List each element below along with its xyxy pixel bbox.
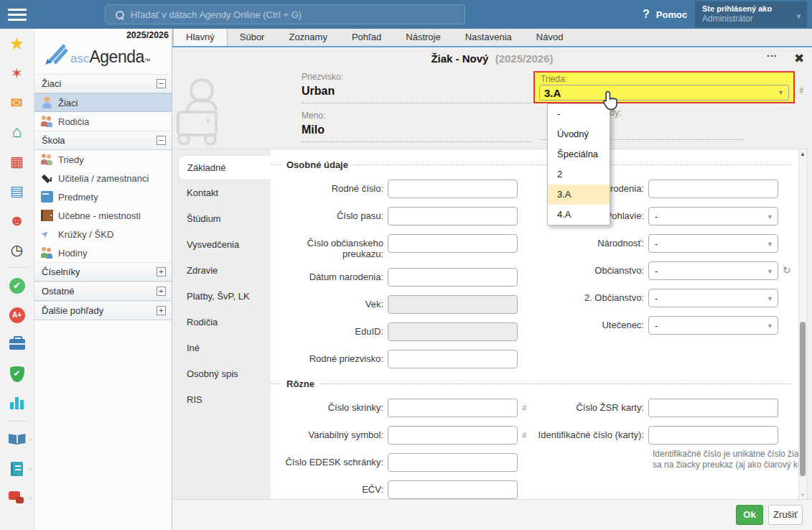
dialog-menu-button[interactable]: ... bbox=[767, 47, 778, 59]
favorites-star-icon[interactable]: ★ bbox=[0, 29, 34, 58]
sidebar-item-krúžky-škd[interactable]: Krúžky / ŠKD bbox=[34, 225, 172, 243]
dropdown-option-3.a[interactable]: 3.A bbox=[548, 185, 610, 205]
sidebar-section-ďalšie-pohľady[interactable]: Ďalšie pohľady+ bbox=[34, 301, 172, 320]
sidebar-section-ostatné[interactable]: Ostatné+ bbox=[34, 282, 172, 301]
dropdown-option-4.a[interactable]: 4.A bbox=[548, 205, 610, 225]
menu-tab-súbor[interactable]: Súbor bbox=[228, 29, 277, 46]
text-field[interactable] bbox=[388, 180, 518, 198]
text-field bbox=[388, 295, 518, 314]
menu-tab-nastavenia[interactable]: Nastavenia bbox=[453, 29, 524, 46]
expand-icon[interactable]: + bbox=[157, 287, 166, 296]
sidebar-section-číselníky[interactable]: Číselníky+ bbox=[34, 262, 172, 282]
tab-základné[interactable]: Základné bbox=[178, 155, 271, 180]
help-button[interactable]: ? Pomoc bbox=[643, 0, 687, 29]
hamburger-menu-icon[interactable] bbox=[0, 0, 34, 29]
collapse-icon[interactable]: − bbox=[157, 136, 166, 145]
menu-tab-nástroje[interactable]: Nástroje bbox=[393, 29, 452, 46]
text-field[interactable] bbox=[648, 399, 778, 417]
firstname-value: Milo bbox=[302, 123, 531, 136]
collapse-icon[interactable]: − bbox=[157, 79, 166, 88]
close-icon[interactable]: ✖ bbox=[794, 51, 804, 66]
magic-wand-icon[interactable]: ✶ bbox=[0, 58, 34, 88]
tab-štúdium[interactable]: Štúdium bbox=[178, 206, 271, 232]
sidebar-item-žiaci[interactable]: Žiaci bbox=[34, 93, 172, 112]
expand-icon[interactable]: + bbox=[157, 306, 166, 315]
select-field[interactable]: -▼ bbox=[648, 234, 778, 253]
home-icon[interactable]: ⌂ bbox=[0, 117, 34, 147]
firstname-field[interactable]: Meno: Milo bbox=[302, 111, 531, 142]
dropdown-option-úvodný[interactable]: Úvodný bbox=[548, 124, 610, 144]
global-search-input[interactable]: Hľadať v dátach Agendy Online (Ctrl + G) bbox=[105, 4, 465, 24]
ok-button[interactable]: Ok bbox=[736, 505, 763, 525]
scroll-up-icon[interactable]: ▲ bbox=[799, 151, 806, 157]
scrollbar-thumb[interactable] bbox=[800, 322, 806, 476]
briefcase-icon bbox=[9, 339, 25, 350]
tab-zdravie[interactable]: Zdravie bbox=[178, 258, 271, 284]
sidebar-item-triedy[interactable]: Triedy bbox=[34, 150, 172, 169]
tab-rodičia[interactable]: Rodičia bbox=[178, 310, 271, 335]
text-field[interactable] bbox=[648, 180, 778, 198]
select-field[interactable]: -▼ bbox=[648, 261, 778, 280]
menu-tab-zoznamy[interactable]: Zoznamy bbox=[276, 29, 339, 46]
shield-check-icon[interactable]: ✔ bbox=[0, 359, 34, 389]
select-field[interactable]: -▼ bbox=[648, 316, 778, 335]
text-field[interactable] bbox=[388, 399, 518, 417]
sidebar-menu: Žiaci−ŽiaciRodičiaŠkola−TriedyUčitelia /… bbox=[34, 74, 172, 320]
tab-platby-švp-lk[interactable]: Platby, ŠvP, LK bbox=[178, 284, 271, 310]
tab-ris[interactable]: RIS bbox=[178, 387, 271, 413]
chat-icon[interactable]: › bbox=[0, 483, 34, 513]
sidebar-item-rodičia[interactable]: Rodičia bbox=[34, 112, 172, 131]
menu-tab-hlavný[interactable]: Hlavný bbox=[173, 29, 228, 46]
dropdown-option-2[interactable]: 2 bbox=[548, 164, 610, 185]
person-icon[interactable]: ☻ bbox=[0, 205, 34, 235]
menu-tab-pohľad[interactable]: Pohľad bbox=[340, 29, 393, 46]
surname-field[interactable]: Priezvisko: Urban bbox=[302, 72, 531, 103]
grade-a-plus-icon[interactable]: A+ bbox=[0, 300, 34, 330]
text-field[interactable] bbox=[388, 234, 518, 253]
logged-in-user-dropdown[interactable]: Ste prihlásený ako Administrátor ▼ bbox=[695, 1, 807, 27]
sidebar-section-škola[interactable]: Škola− bbox=[34, 131, 172, 150]
tab-vysvedčenia[interactable]: Vysvedčenia bbox=[178, 232, 271, 258]
text-field[interactable] bbox=[648, 426, 778, 445]
tab-iné[interactable]: Iné bbox=[178, 335, 271, 361]
sidebar-item-predmety[interactable]: Predmety bbox=[34, 187, 172, 206]
select-value: - bbox=[655, 320, 658, 331]
document-icon[interactable]: › bbox=[0, 454, 34, 483]
form-row: Rodné číslo: bbox=[284, 180, 521, 198]
calendar-grid-icon[interactable]: ▦ bbox=[0, 147, 34, 176]
select-field[interactable]: -▼ bbox=[648, 289, 778, 307]
sidebar-item-učitelia-zamestnanci[interactable]: Učitelia / zamestnanci bbox=[34, 169, 172, 187]
class-combobox[interactable]: 3.A ▼ bbox=[539, 85, 789, 101]
check-circle-icon[interactable]: ✔ bbox=[0, 271, 34, 300]
select-field[interactable]: -▼ bbox=[648, 207, 778, 226]
expand-icon[interactable]: + bbox=[157, 267, 166, 276]
sidebar-item-hodiny[interactable]: Hodiny bbox=[34, 243, 172, 262]
scroll-down-icon[interactable]: ▼ bbox=[799, 492, 806, 498]
bar-chart-icon[interactable] bbox=[0, 389, 34, 418]
dialog-title-text: Žiak - Nový bbox=[431, 52, 488, 65]
text-field[interactable] bbox=[388, 350, 518, 368]
text-field[interactable] bbox=[388, 268, 518, 287]
text-field[interactable] bbox=[388, 426, 518, 445]
chevron-right-icon: › bbox=[29, 434, 32, 443]
text-field[interactable] bbox=[388, 207, 518, 226]
sidebar-section-žiaci[interactable]: Žiaci− bbox=[34, 74, 172, 93]
notebook-icon[interactable]: ▤ bbox=[0, 176, 34, 205]
mail-icon[interactable]: ✉ bbox=[0, 88, 34, 117]
menu-tab-návod[interactable]: Návod bbox=[524, 29, 576, 46]
planner-clock-icon[interactable]: ◷ bbox=[0, 235, 34, 264]
dropdown-option-[interactable]: - bbox=[548, 104, 610, 124]
text-field[interactable] bbox=[388, 453, 518, 472]
refresh-icon[interactable]: ↻ bbox=[783, 261, 791, 280]
cancel-button[interactable]: Zrušiť bbox=[768, 505, 803, 525]
vertical-scrollbar[interactable]: ▲ ▼ bbox=[798, 149, 807, 501]
tab-osobný-spis[interactable]: Osobný spis bbox=[178, 361, 271, 387]
tab-kontakt[interactable]: Kontakt bbox=[178, 180, 271, 206]
sidebar-item-učebne-miestnosti[interactable]: Učebne - miestnosti bbox=[34, 206, 172, 225]
text-field[interactable] bbox=[388, 480, 518, 499]
dropdown-option-špeciálna[interactable]: Špeciálna bbox=[548, 144, 610, 164]
briefcase-icon[interactable] bbox=[0, 330, 34, 359]
student-icon bbox=[41, 97, 53, 108]
form-row: Identifikačné číslo (karty): bbox=[531, 426, 798, 445]
library-book-icon[interactable]: › bbox=[0, 424, 34, 454]
